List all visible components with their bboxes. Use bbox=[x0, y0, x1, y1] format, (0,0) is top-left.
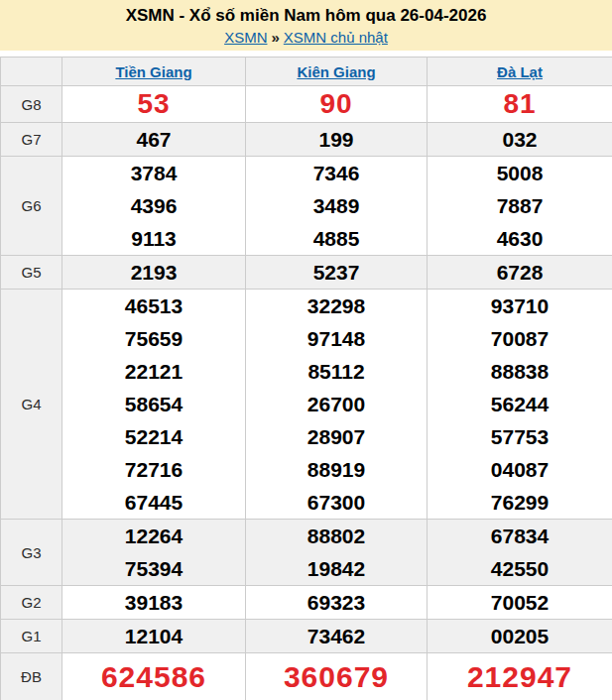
result-cell-g8-col2: 90 bbox=[246, 86, 428, 123]
province-link-da-lat[interactable]: Đà Lạt bbox=[497, 63, 543, 80]
winning-number: 5237 bbox=[246, 256, 427, 289]
winning-number: 42550 bbox=[428, 552, 612, 585]
prize-label-g6: G6 bbox=[1, 157, 62, 256]
winning-number: 67300 bbox=[246, 486, 427, 519]
winning-number: 81 bbox=[428, 86, 612, 122]
result-cell-g1-col2: 73462 bbox=[246, 620, 428, 653]
prize-row-g3: G3122647539488802198426783442550 bbox=[1, 520, 612, 586]
winning-number: 46513 bbox=[62, 290, 245, 322]
winning-number: 04087 bbox=[428, 453, 612, 486]
winning-number: 53 bbox=[62, 86, 245, 122]
result-cell-db-col3: 212947 bbox=[428, 653, 612, 700]
winning-number: 85112 bbox=[246, 355, 427, 388]
result-cell-g6-col1: 378443969113 bbox=[62, 157, 246, 256]
province-link-kien-giang[interactable]: Kiên Giang bbox=[297, 63, 375, 80]
winning-number: 212947 bbox=[428, 653, 612, 700]
winning-number: 75394 bbox=[62, 552, 245, 585]
winning-number: 360679 bbox=[246, 653, 427, 700]
winning-number: 69323 bbox=[246, 586, 427, 619]
breadcrumb-link-xsmn-chu-nhat[interactable]: XSMN chủ nhật bbox=[284, 29, 388, 46]
winning-number: 73462 bbox=[246, 620, 427, 652]
winning-number: 9113 bbox=[62, 222, 245, 255]
winning-number: 2193 bbox=[62, 256, 245, 289]
page-header: XSMN - Xổ số miền Nam hôm qua 26-04-2026… bbox=[0, 0, 612, 51]
winning-number: 5008 bbox=[428, 157, 612, 189]
result-cell-g6-col3: 500878874630 bbox=[428, 157, 612, 256]
province-link-tien-giang[interactable]: Tiền Giang bbox=[115, 63, 191, 80]
prize-row-db: ĐB624586360679212947 bbox=[1, 653, 612, 700]
result-cell-db-col1: 624586 bbox=[62, 653, 246, 700]
lottery-results-page: XSMN - Xổ số miền Nam hôm qua 26-04-2026… bbox=[0, 0, 612, 700]
winning-number: 4396 bbox=[62, 189, 245, 222]
prize-row-g6: G6378443969113734634894885500878874630 bbox=[1, 157, 612, 256]
prize-row-g5: G5219352376728 bbox=[1, 256, 612, 290]
winning-number: 58654 bbox=[62, 388, 245, 420]
province-header-da-lat: Đà Lạt bbox=[428, 58, 612, 86]
result-cell-g3-col1: 1226475394 bbox=[62, 520, 246, 586]
prize-label-g3: G3 bbox=[1, 520, 62, 586]
winning-number: 467 bbox=[62, 123, 245, 156]
prize-label-g2: G2 bbox=[1, 586, 62, 620]
results-table: Tiền Giang Kiên Giang Đà Lạt G8539081G74… bbox=[0, 57, 612, 700]
winning-number: 97148 bbox=[246, 322, 427, 355]
winning-number: 32298 bbox=[246, 290, 427, 322]
winning-number: 76299 bbox=[428, 486, 612, 519]
result-cell-g5-col1: 2193 bbox=[62, 256, 246, 290]
winning-number: 88838 bbox=[428, 355, 612, 388]
result-cell-g7-col1: 467 bbox=[62, 123, 246, 157]
result-cell-g5-col3: 6728 bbox=[428, 256, 612, 290]
winning-number: 4885 bbox=[246, 222, 427, 255]
province-header-row: Tiền Giang Kiên Giang Đà Lạt bbox=[1, 58, 612, 86]
prize-label-g5: G5 bbox=[1, 256, 62, 290]
winning-number: 88919 bbox=[246, 453, 427, 486]
winning-number: 7887 bbox=[428, 189, 612, 222]
winning-number: 624586 bbox=[62, 653, 245, 700]
winning-number: 19842 bbox=[246, 552, 427, 585]
breadcrumb: XSMN»XSMN chủ nhật bbox=[0, 28, 612, 48]
result-cell-g1-col1: 12104 bbox=[62, 620, 246, 653]
prize-column-header bbox=[1, 58, 62, 86]
result-cell-g2-col2: 69323 bbox=[246, 586, 428, 620]
result-cell-g1-col3: 00205 bbox=[428, 620, 612, 653]
winning-number: 70052 bbox=[428, 586, 612, 619]
prize-label-db: ĐB bbox=[1, 653, 62, 700]
winning-number: 90 bbox=[246, 86, 427, 122]
breadcrumb-link-xsmn[interactable]: XSMN bbox=[224, 29, 267, 46]
winning-number: 032 bbox=[428, 123, 612, 156]
prize-label-g8: G8 bbox=[1, 86, 62, 123]
result-cell-g2-col1: 39183 bbox=[62, 586, 246, 620]
result-cell-g7-col3: 032 bbox=[428, 123, 612, 157]
winning-number: 88802 bbox=[246, 520, 427, 552]
page-title: XSMN - Xổ số miền Nam hôm qua 26-04-2026 bbox=[0, 4, 612, 28]
prize-row-g7: G7467199032 bbox=[1, 123, 612, 157]
province-header-tien-giang: Tiền Giang bbox=[62, 58, 246, 86]
result-cell-g4-col2: 32298971488511226700289078891967300 bbox=[246, 290, 428, 520]
winning-number: 3489 bbox=[246, 189, 427, 222]
winning-number: 70087 bbox=[428, 322, 612, 355]
result-cell-g7-col2: 199 bbox=[246, 123, 428, 157]
result-cell-g4-col3: 93710700878883856244577530408776299 bbox=[428, 290, 612, 520]
winning-number: 39183 bbox=[62, 586, 245, 619]
winning-number: 6728 bbox=[428, 256, 612, 289]
winning-number: 75659 bbox=[62, 322, 245, 355]
winning-number: 93710 bbox=[428, 290, 612, 322]
winning-number: 12264 bbox=[62, 520, 245, 552]
winning-number: 52214 bbox=[62, 420, 245, 453]
prize-label-g4: G4 bbox=[1, 290, 62, 520]
result-cell-g3-col3: 6783442550 bbox=[428, 520, 612, 586]
prize-row-g2: G2391836932370052 bbox=[1, 586, 612, 620]
result-cell-db-col2: 360679 bbox=[246, 653, 428, 700]
result-cell-g8-col3: 81 bbox=[428, 86, 612, 123]
prize-label-g1: G1 bbox=[1, 620, 62, 653]
winning-number: 67445 bbox=[62, 486, 245, 519]
prize-row-g8: G8539081 bbox=[1, 86, 612, 123]
winning-number: 199 bbox=[246, 123, 427, 156]
prize-row-g1: G1121047346200205 bbox=[1, 620, 612, 653]
winning-number: 56244 bbox=[428, 388, 612, 420]
result-cell-g8-col1: 53 bbox=[62, 86, 246, 123]
result-cell-g3-col2: 8880219842 bbox=[246, 520, 428, 586]
result-cell-g5-col2: 5237 bbox=[246, 256, 428, 290]
winning-number: 22121 bbox=[62, 355, 245, 388]
winning-number: 7346 bbox=[246, 157, 427, 189]
winning-number: 00205 bbox=[428, 620, 612, 652]
